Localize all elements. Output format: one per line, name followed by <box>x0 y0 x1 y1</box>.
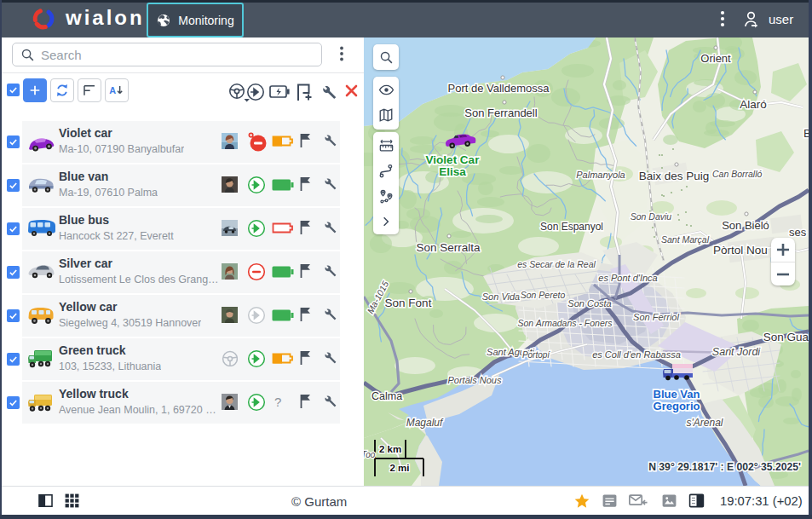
svg-text:Blue Van: Blue Van <box>654 388 700 401</box>
svg-text:Son Serralta: Son Serralta <box>416 241 481 254</box>
svg-text:Portals Nous: Portals Nous <box>448 375 502 385</box>
svg-text:Son Daviu: Son Daviu <box>631 211 672 222</box>
svg-text:Son Costa: Son Costa <box>567 298 611 309</box>
svg-text:2 km: 2 km <box>379 444 401 454</box>
svg-text:Son Espanyol: Son Espanyol <box>540 221 603 233</box>
svg-text:Baix des Puig: Baix des Puig <box>639 170 710 182</box>
svg-text:Son Bieló: Son Bieló <box>722 219 769 232</box>
svg-text:Son Ferrandell: Son Ferrandell <box>464 107 537 119</box>
svg-text:Portopí: Portopí <box>522 350 550 360</box>
svg-text:Son Gual: Son Gual <box>763 331 809 343</box>
svg-text:es Pont d'Inca: es Pont d'Inca <box>598 273 657 283</box>
svg-text:Son Armadans - Foners: Son Armadans - Foners <box>517 318 613 328</box>
svg-text:Gregorio: Gregorio <box>654 400 700 412</box>
svg-text:Pòrtol Nou: Pòrtol Nou <box>713 244 768 257</box>
svg-text:Calma: Calma <box>371 390 402 402</box>
svg-text:Sant Marçal: Sant Marçal <box>661 234 710 245</box>
svg-text:ses Cove: ses Cove <box>789 226 809 239</box>
svg-text:Can Borralló: Can Borralló <box>712 169 763 179</box>
svg-text:Son Vida: Son Vida <box>482 291 520 302</box>
svg-text:2 mi: 2 mi <box>389 463 409 473</box>
svg-text:A: A <box>109 85 116 95</box>
svg-text:Port de Valldemossa: Port de Valldemossa <box>448 82 550 95</box>
svg-text:es Coll d'en Rabassa: es Coll d'en Rabassa <box>592 349 681 360</box>
svg-text:Too: Too <box>364 450 376 459</box>
svg-text:Elisa: Elisa <box>439 165 466 178</box>
svg-text:Sant Jordi: Sant Jordi <box>712 346 762 358</box>
svg-text:Son Ferriol: Son Ferriol <box>633 312 679 322</box>
svg-text:Alaró: Alaró <box>740 98 767 111</box>
svg-text:Palmanyola: Palmanyola <box>576 170 625 180</box>
svg-text:Son Font: Son Font <box>385 297 432 309</box>
svg-text:s'Arenal: s'Arenal <box>687 417 723 429</box>
svg-text:Son Pereto: Son Pereto <box>521 290 566 300</box>
svg-text:Magaluf: Magaluf <box>406 417 444 429</box>
svg-text:Orient: Orient <box>700 52 731 65</box>
svg-text:Violet Car: Violet Car <box>426 153 481 166</box>
svg-text:es Secar de la Real: es Secar de la Real <box>517 259 596 269</box>
svg-text:N 39° 29.1817' : E 002° 35.202: N 39° 29.1817' : E 002° 35.2025' <box>648 461 801 473</box>
